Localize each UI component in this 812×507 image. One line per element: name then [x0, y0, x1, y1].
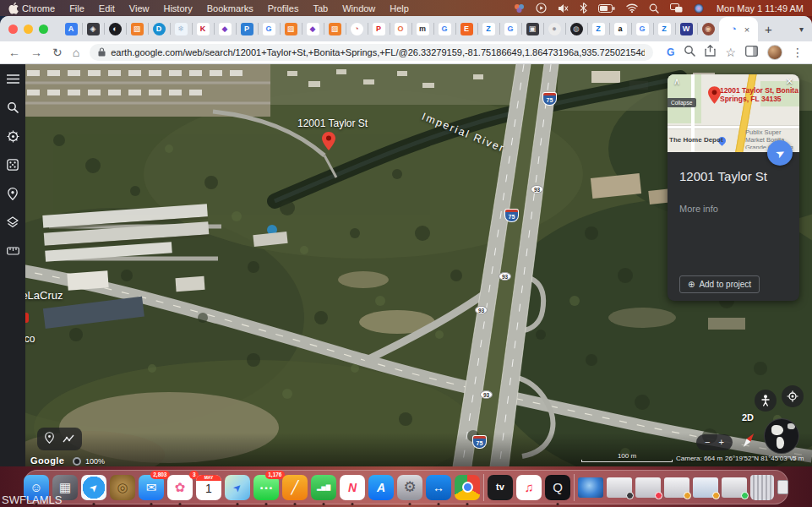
map-red-pin[interactable]	[322, 132, 335, 154]
menubar-menu-item[interactable]: Window	[342, 3, 375, 14]
dock-minimized-window[interactable]	[693, 477, 718, 498]
browser-tab[interactable]: O	[390, 16, 411, 41]
close-tab-icon[interactable]: ×	[744, 25, 749, 35]
map-style-layers-icon[interactable]	[6, 215, 19, 229]
display-mirror-icon[interactable]	[670, 3, 683, 13]
close-window-button[interactable]	[8, 25, 18, 34]
dock-messages[interactable]: … 1,176	[253, 475, 279, 500]
measure-ruler-icon[interactable]	[6, 244, 19, 258]
menubar-menu-item[interactable]: Help	[390, 3, 409, 14]
dock-green-chart-app[interactable]: ▂▅▇	[311, 475, 336, 500]
browser-tab[interactable]: ▨	[126, 16, 148, 41]
address-bar[interactable]: earth.google.com/web/search/12001+Taylor…	[90, 44, 653, 61]
browser-tab[interactable]: G	[258, 16, 280, 41]
dock-quicktime[interactable]: Q	[545, 475, 570, 500]
dock-bronze-app[interactable]: ◎	[110, 475, 135, 500]
dock-separator[interactable]	[483, 474, 484, 501]
browser-tab[interactable]: ◔	[346, 16, 368, 41]
menubar-menu-item[interactable]: Profiles	[268, 3, 299, 14]
dock-external-drive[interactable]	[777, 480, 788, 494]
menubar-menu-item[interactable]: View	[129, 3, 150, 14]
google-extension-icon[interactable]: G	[667, 46, 674, 58]
browser-tab[interactable]: G	[499, 16, 521, 41]
dock-minimized-window[interactable]	[635, 477, 661, 498]
browser-tab[interactable]: ◍	[565, 16, 587, 41]
menubar-menu-item[interactable]: History	[163, 3, 192, 14]
dock-settings[interactable]: ⚙	[397, 475, 422, 500]
my-location-button[interactable]	[782, 385, 804, 407]
search-icon[interactable]	[6, 101, 19, 114]
browser-tab[interactable]: P	[368, 16, 390, 41]
wifi-icon[interactable]	[626, 3, 638, 13]
dock-minimized-window[interactable]	[664, 477, 689, 498]
browser-tab[interactable]: D	[148, 16, 170, 41]
bookmark-star-icon[interactable]: ☆	[725, 46, 736, 58]
voyager-wheel-icon[interactable]	[6, 129, 19, 143]
dock-separator[interactable]	[574, 474, 575, 501]
browser-tab[interactable]: Z	[653, 16, 675, 41]
menubar-menu-item[interactable]: Edit	[99, 3, 115, 14]
dock-trash[interactable]	[750, 475, 774, 500]
browser-tab[interactable]: ▣	[521, 16, 543, 41]
dock-calendar[interactable]: MAY 1	[196, 475, 221, 500]
browser-tab[interactable]: ◆	[214, 16, 236, 41]
dock-photos[interactable]: ✿ 3	[167, 475, 193, 500]
home-button[interactable]: ⌂	[73, 46, 79, 58]
compass-icon[interactable]	[740, 431, 757, 453]
chevron-up-icon[interactable]: ∧	[673, 76, 680, 87]
url-text[interactable]: earth.google.com/web/search/12001+Taylor…	[111, 47, 645, 57]
browser-tab[interactable]: Z	[477, 16, 499, 41]
active-tab[interactable]: ◔ ×	[719, 17, 758, 41]
browser-tab[interactable]: W	[675, 16, 697, 41]
dock-minimized-earth-window[interactable]	[578, 477, 603, 498]
dock-minimized-window[interactable]	[607, 477, 632, 498]
browser-tab[interactable]: A	[60, 16, 82, 41]
browser-tab[interactable]: K	[192, 16, 214, 41]
dock-chrome[interactable]	[455, 475, 480, 500]
menubar-clock[interactable]: Mon May 1 11:49 AM	[717, 3, 804, 14]
menu-icon[interactable]	[6, 72, 19, 85]
dock-music[interactable]: ♫	[516, 475, 542, 500]
menubar-menu-item[interactable]: File	[69, 3, 84, 14]
tab-overflow-chevron-icon[interactable]: ▾	[799, 25, 804, 34]
menubar-menu-item[interactable]: Chrome	[22, 3, 55, 14]
fly-to-button[interactable]: ➤	[767, 140, 793, 166]
kebab-menu-icon[interactable]: ⋮	[792, 46, 804, 58]
browser-tab[interactable]: ●	[543, 16, 565, 41]
browser-tab[interactable]: ◆	[302, 16, 324, 41]
share-icon[interactable]	[705, 45, 716, 60]
menubar-menu-item[interactable]: Bookmarks	[207, 3, 253, 14]
volume-muted-icon[interactable]	[558, 3, 569, 14]
dice-icon[interactable]	[6, 158, 19, 172]
magnifier-icon[interactable]	[684, 45, 695, 60]
browser-tab[interactable]: P	[236, 16, 258, 41]
new-tab-button[interactable]: +	[765, 22, 772, 36]
browser-tab[interactable]: ◐	[104, 16, 126, 41]
back-button[interactable]: ←	[8, 46, 20, 58]
zoom-window-button[interactable]	[39, 25, 48, 34]
dock-maps[interactable]: ➤	[225, 475, 250, 500]
battery-icon[interactable]	[598, 4, 615, 13]
close-panel-icon[interactable]: ✕	[786, 76, 793, 87]
browser-tab[interactable]: ◉	[697, 16, 719, 41]
location-pin-icon[interactable]	[45, 432, 54, 447]
reload-button[interactable]: ↻	[52, 46, 63, 58]
spotlight-icon[interactable]	[649, 3, 659, 14]
play-circle-icon[interactable]	[536, 3, 547, 14]
projects-pin-icon[interactable]	[6, 187, 19, 200]
siri-icon[interactable]	[694, 3, 704, 14]
dock-teamviewer[interactable]: ↔	[426, 475, 451, 500]
sidebar-panel-icon[interactable]	[745, 45, 758, 60]
globe-button[interactable]	[764, 418, 799, 454]
browser-tab[interactable]: ▨	[324, 16, 346, 41]
bluetooth-icon[interactable]	[580, 3, 587, 14]
status-app-icon[interactable]	[514, 3, 525, 14]
dock-orange-pencil-app[interactable]: ╱	[282, 475, 308, 500]
collapse-button[interactable]: Collapse	[668, 98, 696, 107]
more-info-link[interactable]: More info	[679, 204, 718, 214]
browser-tab[interactable]: E	[455, 16, 477, 41]
minimize-window-button[interactable]	[24, 25, 33, 34]
forward-button[interactable]: →	[30, 46, 42, 58]
pegman-button[interactable]	[755, 390, 777, 412]
menubar-menu-item[interactable]: Tab	[313, 3, 328, 14]
